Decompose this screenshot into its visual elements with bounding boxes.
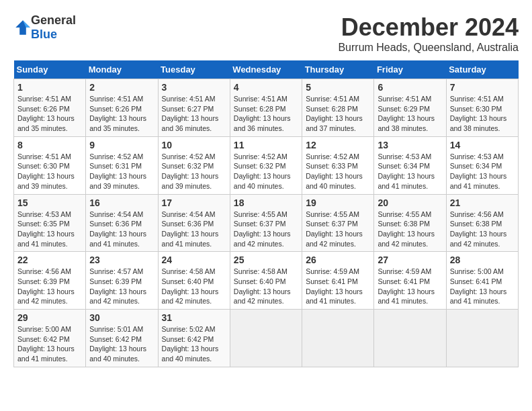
day-info: Sunrise: 4:56 AM Sunset: 6:39 PM Dayligh…: [17, 267, 82, 306]
day-number: 31: [162, 312, 226, 323]
day-number: 20: [378, 197, 442, 208]
day-header-monday: Monday: [86, 60, 158, 79]
day-info: Sunrise: 4:59 AM Sunset: 6:41 PM Dayligh…: [306, 267, 370, 306]
calendar-day-cell: 4 Sunrise: 4:51 AM Sunset: 6:28 PM Dayli…: [230, 79, 302, 137]
calendar-header-row: SundayMondayTuesdayWednesdayThursdayFrid…: [14, 60, 519, 79]
day-info: Sunrise: 4:55 AM Sunset: 6:37 PM Dayligh…: [234, 210, 298, 249]
calendar-day-cell: 15 Sunrise: 4:53 AM Sunset: 6:35 PM Dayl…: [14, 194, 86, 252]
calendar-day-cell: 18 Sunrise: 4:55 AM Sunset: 6:37 PM Dayl…: [230, 194, 302, 252]
day-info: Sunrise: 4:58 AM Sunset: 6:40 PM Dayligh…: [162, 267, 226, 306]
day-number: 21: [450, 197, 515, 208]
calendar-day-cell: 17 Sunrise: 4:54 AM Sunset: 6:36 PM Dayl…: [158, 194, 230, 252]
day-number: 1: [17, 82, 82, 93]
day-info: Sunrise: 4:51 AM Sunset: 6:30 PM Dayligh…: [450, 94, 515, 134]
calendar-day-cell: 28 Sunrise: 5:00 AM Sunset: 6:41 PM Dayl…: [446, 252, 518, 310]
day-number: 24: [162, 255, 226, 265]
day-info: Sunrise: 4:54 AM Sunset: 6:36 PM Dayligh…: [162, 210, 226, 249]
day-info: Sunrise: 5:00 AM Sunset: 6:41 PM Dayligh…: [450, 267, 515, 306]
day-info: Sunrise: 5:02 AM Sunset: 6:42 PM Dayligh…: [162, 324, 226, 364]
calendar-day-cell: 2 Sunrise: 4:51 AM Sunset: 6:26 PM Dayli…: [86, 79, 158, 137]
calendar-day-cell: 8 Sunrise: 4:51 AM Sunset: 6:30 PM Dayli…: [14, 136, 86, 194]
day-info: Sunrise: 4:51 AM Sunset: 6:28 PM Dayligh…: [234, 94, 298, 134]
logo: General Blue: [13, 13, 76, 42]
calendar-day-cell: 27 Sunrise: 4:59 AM Sunset: 6:41 PM Dayl…: [374, 252, 446, 310]
calendar-day-cell: [302, 310, 374, 367]
day-info: Sunrise: 4:51 AM Sunset: 6:28 PM Dayligh…: [306, 94, 370, 134]
day-number: 19: [306, 197, 370, 208]
calendar-day-cell: 20 Sunrise: 4:55 AM Sunset: 6:38 PM Dayl…: [374, 194, 446, 252]
day-info: Sunrise: 4:51 AM Sunset: 6:26 PM Dayligh…: [89, 94, 154, 134]
calendar-table: SundayMondayTuesdayWednesdayThursdayFrid…: [13, 60, 519, 367]
day-number: 14: [450, 140, 515, 150]
calendar-day-cell: 5 Sunrise: 4:51 AM Sunset: 6:28 PM Dayli…: [302, 79, 374, 137]
calendar-day-cell: 14 Sunrise: 4:53 AM Sunset: 6:34 PM Dayl…: [446, 136, 518, 194]
day-info: Sunrise: 4:57 AM Sunset: 6:39 PM Dayligh…: [89, 267, 154, 306]
calendar-week-row: 22 Sunrise: 4:56 AM Sunset: 6:39 PM Dayl…: [14, 252, 519, 310]
page-header: General Blue December 2024 Burrum Heads,…: [13, 13, 519, 54]
day-number: 10: [162, 140, 226, 150]
day-info: Sunrise: 4:51 AM Sunset: 6:30 PM Dayligh…: [17, 152, 82, 191]
day-number: 17: [162, 197, 226, 208]
day-number: 11: [234, 140, 298, 150]
day-info: Sunrise: 4:51 AM Sunset: 6:27 PM Dayligh…: [162, 94, 226, 134]
day-number: 13: [378, 140, 442, 150]
calendar-day-cell: 7 Sunrise: 4:51 AM Sunset: 6:30 PM Dayli…: [446, 79, 518, 137]
calendar-day-cell: 31 Sunrise: 5:02 AM Sunset: 6:42 PM Dayl…: [158, 310, 230, 367]
day-number: 27: [378, 255, 442, 265]
day-header-sunday: Sunday: [14, 60, 86, 79]
calendar-day-cell: 12 Sunrise: 4:52 AM Sunset: 6:33 PM Dayl…: [302, 136, 374, 194]
day-number: 29: [17, 312, 82, 323]
calendar-day-cell: 25 Sunrise: 4:58 AM Sunset: 6:40 PM Dayl…: [230, 252, 302, 310]
logo-general-text: General: [31, 13, 76, 27]
day-info: Sunrise: 4:51 AM Sunset: 6:26 PM Dayligh…: [17, 94, 82, 134]
calendar-day-cell: 21 Sunrise: 4:56 AM Sunset: 6:38 PM Dayl…: [446, 194, 518, 252]
day-info: Sunrise: 5:01 AM Sunset: 6:42 PM Dayligh…: [89, 324, 154, 364]
day-number: 6: [378, 82, 442, 93]
calendar-day-cell: 26 Sunrise: 4:59 AM Sunset: 6:41 PM Dayl…: [302, 252, 374, 310]
day-number: 4: [234, 82, 298, 93]
calendar-day-cell: 13 Sunrise: 4:53 AM Sunset: 6:34 PM Dayl…: [374, 136, 446, 194]
calendar-day-cell: 9 Sunrise: 4:52 AM Sunset: 6:31 PM Dayli…: [86, 136, 158, 194]
calendar-day-cell: [374, 310, 446, 367]
day-number: 25: [234, 255, 298, 265]
month-title: December 2024: [338, 13, 519, 42]
title-section: December 2024 Burrum Heads, Queensland, …: [338, 13, 519, 54]
day-info: Sunrise: 4:52 AM Sunset: 6:33 PM Dayligh…: [306, 152, 370, 191]
day-number: 28: [450, 255, 515, 265]
day-number: 9: [89, 140, 154, 150]
day-number: 15: [17, 197, 82, 208]
calendar-day-cell: 24 Sunrise: 4:58 AM Sunset: 6:40 PM Dayl…: [158, 252, 230, 310]
day-number: 5: [306, 82, 370, 93]
day-number: 23: [89, 255, 154, 265]
calendar-day-cell: 23 Sunrise: 4:57 AM Sunset: 6:39 PM Dayl…: [86, 252, 158, 310]
day-info: Sunrise: 4:59 AM Sunset: 6:41 PM Dayligh…: [378, 267, 442, 306]
calendar-day-cell: 30 Sunrise: 5:01 AM Sunset: 6:42 PM Dayl…: [86, 310, 158, 367]
day-info: Sunrise: 5:00 AM Sunset: 6:42 PM Dayligh…: [17, 324, 82, 364]
day-info: Sunrise: 4:55 AM Sunset: 6:38 PM Dayligh…: [378, 210, 442, 249]
calendar-week-row: 1 Sunrise: 4:51 AM Sunset: 6:26 PM Dayli…: [14, 79, 519, 137]
day-number: 26: [306, 255, 370, 265]
day-info: Sunrise: 4:56 AM Sunset: 6:38 PM Dayligh…: [450, 210, 515, 249]
calendar-day-cell: 6 Sunrise: 4:51 AM Sunset: 6:29 PM Dayli…: [374, 79, 446, 137]
calendar-week-row: 15 Sunrise: 4:53 AM Sunset: 6:35 PM Dayl…: [14, 194, 519, 252]
calendar-day-cell: 29 Sunrise: 5:00 AM Sunset: 6:42 PM Dayl…: [14, 310, 86, 367]
day-info: Sunrise: 4:53 AM Sunset: 6:35 PM Dayligh…: [17, 210, 82, 249]
calendar-day-cell: 16 Sunrise: 4:54 AM Sunset: 6:36 PM Dayl…: [86, 194, 158, 252]
day-info: Sunrise: 4:52 AM Sunset: 6:31 PM Dayligh…: [89, 152, 154, 191]
day-header-friday: Friday: [374, 60, 446, 79]
day-number: 22: [17, 255, 82, 265]
calendar-day-cell: 11 Sunrise: 4:52 AM Sunset: 6:32 PM Dayl…: [230, 136, 302, 194]
day-info: Sunrise: 4:51 AM Sunset: 6:29 PM Dayligh…: [378, 94, 442, 134]
day-info: Sunrise: 4:53 AM Sunset: 6:34 PM Dayligh…: [378, 152, 442, 191]
calendar-week-row: 8 Sunrise: 4:51 AM Sunset: 6:30 PM Dayli…: [14, 136, 519, 194]
day-number: 16: [89, 197, 154, 208]
logo-icon: [15, 19, 31, 36]
day-header-saturday: Saturday: [446, 60, 518, 79]
calendar-day-cell: 19 Sunrise: 4:55 AM Sunset: 6:37 PM Dayl…: [302, 194, 374, 252]
location-title: Burrum Heads, Queensland, Australia: [338, 42, 519, 54]
calendar-day-cell: 3 Sunrise: 4:51 AM Sunset: 6:27 PM Dayli…: [158, 79, 230, 137]
day-number: 30: [89, 312, 154, 323]
calendar-day-cell: [446, 310, 518, 367]
calendar-day-cell: 22 Sunrise: 4:56 AM Sunset: 6:39 PM Dayl…: [14, 252, 86, 310]
day-number: 18: [234, 197, 298, 208]
